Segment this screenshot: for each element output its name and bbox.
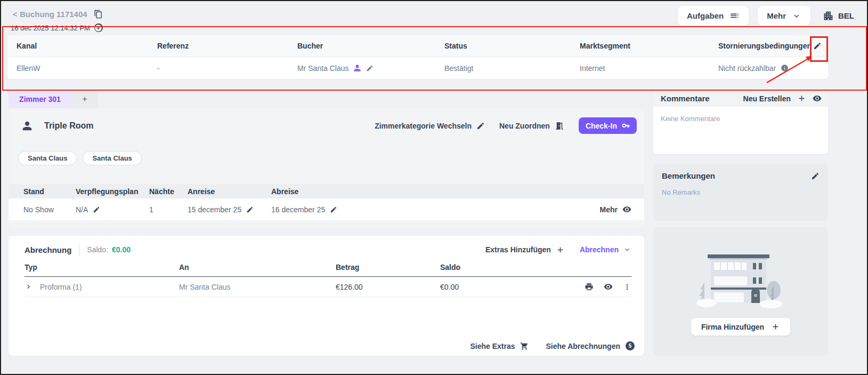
change-room-category-link[interactable]: Zimmerkategorie Wechseln [375, 122, 485, 130]
change-room-category-label: Zimmerkategorie Wechseln [375, 122, 472, 130]
add-room-tab[interactable]: + [71, 90, 98, 108]
arrival-value: 15 december 25 [188, 205, 241, 214]
col-an: An [179, 263, 336, 272]
guest-chips: Santa Claus Santa Claus [18, 151, 142, 165]
col-status: Status [444, 42, 580, 50]
col-kanal: Kanal [7, 42, 157, 50]
see-extras-link[interactable]: Siehe Extras [470, 342, 529, 350]
billing-title: Abrechnung [25, 245, 71, 254]
booking-summary-row: EllenW - Mr Santa Claus Bestätigt Intern… [7, 57, 828, 79]
add-extras-link[interactable]: Extras Hinzufügen [485, 245, 565, 254]
more-button-label: Mehr [767, 11, 786, 20]
kebab-menu-icon[interactable] [623, 283, 631, 291]
reassign-room-link[interactable]: Neu Zuordnen [499, 121, 564, 131]
guest-chip-label: Santa Claus [28, 154, 67, 162]
property-selector[interactable]: BEL [823, 10, 854, 21]
property-code-label: BEL [838, 11, 854, 20]
col-betrag: Betrag [336, 263, 440, 272]
tab-zimmer-301-label: Zimmer 301 [19, 95, 61, 103]
remarks-empty-text: No Remarks [662, 188, 820, 196]
create-comment-link[interactable]: Neu Erstellen [743, 94, 791, 103]
col-bucher: Bucher [297, 42, 444, 50]
col-anreise: Anreise [188, 187, 271, 196]
company-card: Firma Hinzufügen [653, 227, 828, 356]
referenz-value: - [157, 64, 297, 73]
eye-icon[interactable] [813, 94, 822, 103]
hotel-building-icon [823, 10, 834, 21]
task-list-icon [729, 11, 740, 21]
see-invoices-label: Siehe Abrechnungen [546, 342, 620, 350]
billing-card: Abrechnung Saldo: €0.00 Extras Hinzufüge… [9, 236, 644, 356]
invoice-count-badge: 5 [626, 341, 635, 350]
col-saldo: Saldo [440, 263, 631, 272]
stand-value: No Show [9, 205, 76, 214]
check-in-button[interactable]: Check-In [579, 117, 637, 134]
settle-dropdown[interactable]: Abrechnen [580, 245, 631, 254]
room-card: Triple Room Zimmerkategorie Wechseln Neu… [9, 108, 644, 228]
remarks-card: Bemerkungen No Remarks [653, 164, 828, 221]
more-button[interactable]: Mehr [758, 6, 810, 26]
copy-icon[interactable] [94, 10, 103, 19]
guest-chip-label: Santa Claus [92, 154, 132, 162]
status-value: Bestätigt [444, 64, 580, 73]
invoice-typ-value: Proforma (1) [40, 283, 82, 291]
room-tabs: Zimmer 301 + [9, 90, 98, 108]
edit-category-pencil-icon [476, 122, 485, 130]
billing-table-header: Typ An Betrag Saldo [25, 263, 631, 277]
stay-table-header: Stand Verpflegungsplan Nächte Anreise Ab… [9, 184, 644, 198]
comments-empty-text: Keine Kommentare [661, 115, 720, 123]
chevron-down-icon [792, 11, 801, 21]
departure-value: 16 december 25 [271, 205, 325, 214]
col-verpflegungsplan: Verpflegungsplan [76, 187, 149, 196]
door-icon [555, 121, 564, 131]
col-marktsegment: Marktsegment [580, 42, 718, 50]
edit-arrival-pencil-icon[interactable] [246, 206, 254, 213]
tab-zimmer-301[interactable]: Zimmer 301 [9, 90, 71, 108]
add-room-tab-label: + [82, 94, 87, 104]
edit-bucher-pencil-icon[interactable] [366, 65, 374, 72]
eye-icon [622, 205, 631, 214]
tasks-button[interactable]: Aufgaben [678, 6, 749, 26]
add-timeline-button[interactable] [94, 23, 103, 32]
storno-value: Nicht rückzahlbar [718, 64, 776, 73]
guest-chip[interactable]: Santa Claus [18, 151, 77, 165]
tasks-button-label: Aufgaben [687, 11, 724, 20]
divider [79, 244, 79, 256]
back-to-booking-link[interactable]: < Buchung 1171404 [13, 10, 103, 19]
see-invoices-link[interactable]: Siehe Abrechnungen 5 [546, 341, 635, 350]
edit-departure-pencil-icon[interactable] [330, 206, 337, 213]
add-company-button[interactable]: Firma Hinzufügen [691, 318, 790, 336]
invoice-saldo-value: €0.00 [440, 283, 459, 291]
add-extras-label: Extras Hinzufügen [485, 245, 551, 254]
edit-remarks-pencil-icon[interactable] [811, 172, 820, 180]
view-icon[interactable] [604, 282, 613, 291]
nights-value: 1 [149, 205, 188, 214]
invoice-row: Proforma (1) Mr Santa Claus €126.00 €0.0… [25, 277, 631, 297]
col-stand: Stand [9, 187, 76, 196]
edit-board-pencil-icon[interactable] [93, 206, 100, 213]
invoice-an-value: Mr Santa Claus [179, 283, 336, 291]
plus-icon[interactable] [797, 94, 806, 103]
booking-summary-card: Kanal Referenz Bucher Status Marktsegmen… [7, 35, 828, 79]
cart-icon [520, 342, 529, 350]
add-company-label: Firma Hinzufügen [701, 323, 764, 331]
info-icon[interactable] [781, 64, 789, 72]
expand-row-chevron-icon[interactable] [25, 283, 33, 291]
saldo-label: Saldo: [87, 245, 108, 254]
stay-more-label: Mehr [600, 205, 618, 214]
edit-booking-pencil-icon[interactable] [813, 42, 822, 50]
booking-timestamp: 16 dec 2025 12.14.32 PM [11, 23, 103, 32]
print-icon[interactable] [585, 282, 594, 291]
col-naechte: Nächte [149, 187, 188, 196]
stay-more-link[interactable]: Mehr [600, 205, 644, 214]
guest-chip[interactable]: Santa Claus [83, 151, 141, 165]
comments-card: Kommentare Neu Erstellen Keine Kommentar… [653, 90, 828, 154]
marktsegment-value: Internet [580, 64, 718, 73]
guest-bust-icon [22, 121, 33, 131]
room-category-title: Triple Room [44, 121, 93, 131]
guest-profile-icon[interactable] [353, 64, 361, 72]
reassign-room-label: Neu Zuordnen [499, 122, 550, 130]
invoice-betrag-value: €126.00 [336, 283, 440, 291]
create-comment-label: Neu Erstellen [743, 94, 791, 103]
col-abreise: Abreise [271, 187, 644, 196]
